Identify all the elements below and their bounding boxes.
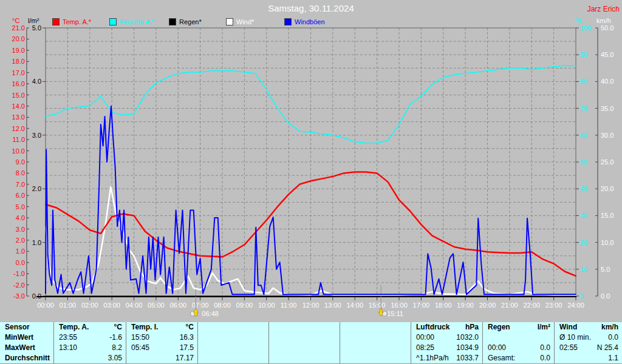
rain-axis-tick-label: 4.0 bbox=[32, 78, 41, 85]
avg-value: 3.05 bbox=[108, 353, 122, 363]
wind-axis-tick-label: 15.0 bbox=[601, 212, 613, 219]
row-label-maxwert: MaxWert bbox=[0, 343, 53, 353]
humidity-axis-tick-label: 20 bbox=[580, 239, 587, 246]
x-axis-hour-label: 24:00 bbox=[567, 302, 584, 309]
humidity-axis-tick-label: 40 bbox=[580, 185, 587, 192]
x-axis-hour-label: 15:00 bbox=[369, 302, 386, 309]
legend-label: Windböen bbox=[295, 18, 325, 25]
legend-label: Wind* bbox=[236, 18, 254, 25]
temp-axis-tick-label: 21.0 bbox=[12, 24, 25, 32]
humidity-axis-tick-label: 60 bbox=[580, 132, 587, 139]
avg-value: 1033.7 bbox=[456, 353, 479, 363]
table-section-empty-1 bbox=[197, 322, 268, 363]
temp-axis-tick-label: 17.0 bbox=[12, 69, 25, 76]
temp-axis-tick-label: 6.0 bbox=[16, 192, 25, 199]
wind-axis-tick-label: 40.0 bbox=[601, 78, 613, 85]
temp-axis-tick-label: 12.0 bbox=[12, 125, 25, 132]
rain-value: 0.0 bbox=[540, 343, 550, 353]
wind-axis-tick-label: 25.0 bbox=[601, 158, 613, 166]
legend-item-temp: Temp. A.* bbox=[52, 18, 91, 25]
table-section-temp-i: Temp. I.°C 15:5016.3 05:4517.5 17.17 bbox=[126, 322, 197, 363]
temp-axis-tick-label: 14.0 bbox=[12, 103, 25, 110]
table-section-luftdruck: LuftdruckhPa 00:001032.0 08:251034.9 ^1.… bbox=[411, 322, 482, 363]
start-time: 00:00 bbox=[488, 343, 506, 353]
section-unit: km/h bbox=[601, 322, 618, 332]
temp-swatch-icon bbox=[52, 18, 60, 25]
x-axis-hour-label: 07:00 bbox=[192, 302, 209, 309]
temp-axis-tick-label: 5.0 bbox=[16, 203, 25, 211]
wind-axis-tick-label: 30.0 bbox=[601, 132, 613, 139]
min-time: 00:00 bbox=[416, 332, 434, 343]
x-axis-hour-label: 21:00 bbox=[501, 302, 518, 309]
x-axis-hour-label: 11:00 bbox=[281, 302, 297, 309]
humidity-axis-unit: % bbox=[576, 17, 582, 24]
humidity-axis-tick-label: 0 bbox=[580, 292, 584, 300]
wind-axis-tick-label: 10.0 bbox=[601, 239, 613, 246]
table-section-temp-a: Temp. A.°C 23:55-1.6 13:108.2 3.05 bbox=[53, 322, 126, 363]
wind-axis-tick-label: 35.0 bbox=[601, 105, 613, 112]
x-axis-hour-label: 01:00 bbox=[60, 302, 77, 309]
section-unit: hPa bbox=[465, 322, 479, 332]
temp-axis-tick-label: 18.0 bbox=[12, 58, 25, 65]
humidity-axis-tick-label: 70 bbox=[580, 105, 587, 112]
x-axis-hour-label: 23:00 bbox=[545, 302, 562, 309]
total-value: 0.0 bbox=[540, 353, 550, 363]
temp-axis-tick-label: 2.0 bbox=[16, 237, 25, 244]
section-unit: °C bbox=[186, 322, 194, 332]
humidity-axis-tick-label: 30 bbox=[580, 212, 587, 219]
x-axis-hour-label: 00:00 bbox=[37, 302, 54, 309]
temp-axis-tick-label: 0.0 bbox=[16, 259, 25, 266]
section-name: Temp. I. bbox=[131, 322, 158, 332]
wind-axis-tick-label: 20.0 bbox=[601, 185, 613, 192]
section-name: Wind bbox=[559, 322, 577, 332]
max-value: 8.2 bbox=[112, 343, 122, 353]
x-axis-hour-label: 02:00 bbox=[81, 302, 98, 309]
max-value: 1034.9 bbox=[456, 343, 479, 353]
min-time: 23:55 bbox=[59, 332, 77, 343]
trend-label: ^1.1hPa/h bbox=[416, 353, 449, 363]
page-title: Samstag, 30.11.2024 bbox=[0, 3, 622, 13]
section-name: Luftdruck bbox=[416, 322, 449, 332]
avg10-value: 0.0 bbox=[608, 332, 618, 343]
wind-axis-tick-label: 5.0 bbox=[601, 266, 610, 273]
section-unit: °C bbox=[114, 322, 122, 332]
x-axis-hour-label: 18:00 bbox=[435, 302, 452, 309]
wind-axis-tick-label: 0.0 bbox=[601, 292, 610, 300]
x-axis-hour-label: 10:00 bbox=[258, 302, 275, 309]
section-unit: l/m² bbox=[538, 322, 550, 332]
rain-axis-tick-label: 3.0 bbox=[32, 132, 41, 139]
avg-value: 1.1 bbox=[608, 353, 618, 363]
temp-axis-tick-label: 1.0 bbox=[16, 248, 25, 255]
x-axis-hour-label: 06:00 bbox=[169, 302, 186, 309]
temp-axis-tick-label: 3.0 bbox=[16, 226, 25, 233]
avg10-label: Ø 10 min. bbox=[559, 332, 591, 343]
legend-item-gusts: Windböen bbox=[284, 18, 325, 25]
temp-axis-tick-label: 19.0 bbox=[12, 47, 25, 54]
temp-axis-tick-label: 9.0 bbox=[16, 158, 25, 166]
temp-axis-tick-label: 15.0 bbox=[12, 92, 25, 99]
summary-table: Sensor MinWert MaxWert Durchschnitt Temp… bbox=[0, 322, 622, 364]
x-axis-hour-label: 12:00 bbox=[302, 302, 320, 309]
x-axis-hour-label: 17:00 bbox=[413, 302, 430, 309]
min-time: 15:50 bbox=[131, 332, 149, 343]
min-value: 16.3 bbox=[180, 332, 194, 343]
total-label: Gesamt: bbox=[488, 353, 515, 363]
legend-label: Temp. A.* bbox=[63, 18, 91, 25]
temp-axis-tick-label: 8.0 bbox=[16, 169, 25, 177]
sunset-marker-time-label: 15:11 bbox=[387, 310, 403, 317]
sunset-marker-sun-icon bbox=[382, 311, 387, 316]
max-value: 17.5 bbox=[180, 343, 194, 353]
sunrise-marker-time-label: 06:48 bbox=[202, 310, 219, 317]
legend-item-humidity: Feuchte A.* bbox=[109, 18, 154, 25]
x-axis-hour-label: 22:00 bbox=[523, 302, 540, 309]
x-axis-hour-label: 08:00 bbox=[214, 302, 231, 309]
temp-axis-tick-label: 16.0 bbox=[12, 80, 25, 87]
x-axis-hour-label: 19:00 bbox=[457, 302, 474, 309]
wind-axis-tick-label: 50.0 bbox=[601, 24, 613, 32]
row-label-sensor: Sensor bbox=[0, 322, 53, 332]
rain-axis-tick-label: 2.0 bbox=[32, 185, 41, 192]
temp-axis-tick-label: 11.0 bbox=[12, 136, 25, 143]
max-time: 13:10 bbox=[59, 343, 77, 353]
x-axis-hour-label: 13:00 bbox=[324, 302, 341, 309]
table-section-regen: Regenl/m² 00:000.0 Gesamt:0.0 bbox=[482, 322, 554, 363]
